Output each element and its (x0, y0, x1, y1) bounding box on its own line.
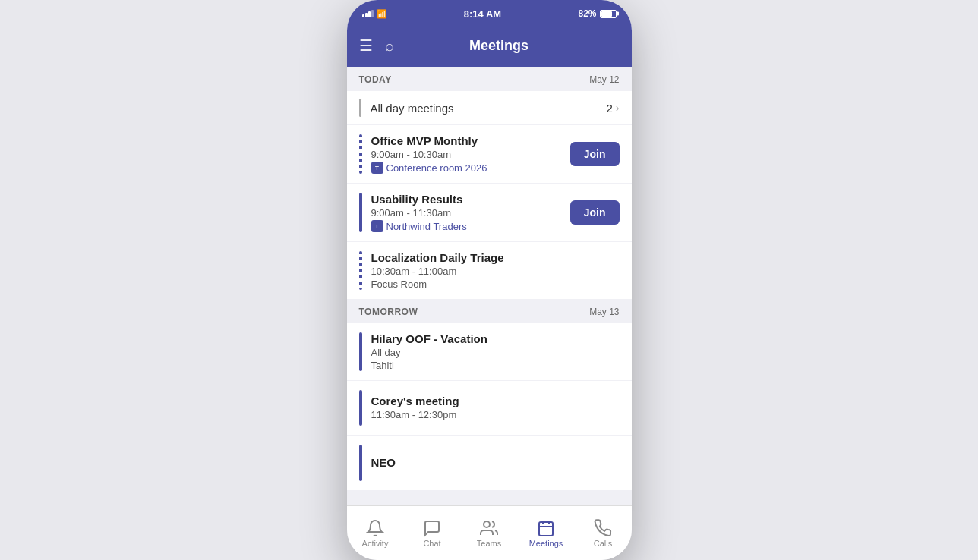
activity-icon (366, 519, 384, 537)
teams-icon (480, 519, 498, 537)
meeting-bar-solid (359, 445, 362, 481)
meeting-neo-partial[interactable]: NEO (347, 436, 632, 490)
nav-calls-label: Calls (594, 539, 612, 548)
chevron-icon: › (616, 102, 620, 114)
meeting-usability[interactable]: Usability Results 9:00am - 11:30am T Nor… (347, 184, 632, 242)
tomorrow-section-header: TOMORROW May 13 (347, 299, 632, 323)
phone-frame: 📶 8:14 AM 82% ☰ ⌕ Meetings TODAY May 12 … (347, 0, 632, 560)
meeting-time: 9:00am - 10:30am (371, 149, 570, 160)
meeting-title: NEO (371, 456, 620, 469)
meeting-time: 11:30am - 12:30pm (371, 409, 620, 420)
content-area: TODAY May 12 All day meetings 2 › Office… (347, 67, 632, 505)
page-title: Meetings (406, 38, 592, 54)
meeting-office-mvp[interactable]: Office MVP Monthly 9:00am - 10:30am T Co… (347, 125, 632, 184)
today-label: TODAY (359, 74, 392, 85)
tomorrow-meetings: Hilary OOF - Vacation All day Tahiti Cor… (347, 323, 632, 490)
nav-teams-label: Teams (477, 539, 501, 548)
allday-row[interactable]: All day meetings 2 › (347, 91, 632, 125)
status-bar: 📶 8:14 AM 82% (347, 0, 632, 24)
join-button-usability[interactable]: Join (570, 200, 620, 225)
allday-count: 2 › (606, 102, 619, 115)
meeting-title: Usability Results (371, 193, 570, 206)
meeting-title: Office MVP Monthly (371, 134, 570, 147)
menu-icon[interactable]: ☰ (359, 36, 373, 55)
meeting-bar-solid (359, 390, 362, 426)
nav-activity[interactable]: Activity (347, 506, 404, 554)
meeting-bar-dashed (359, 134, 362, 174)
meeting-info: NEO (371, 456, 620, 470)
meeting-info: Hilary OOF - Vacation All day Tahiti (371, 332, 620, 371)
teams-badge-icon: T (371, 220, 383, 232)
svg-rect-1 (539, 522, 553, 536)
meeting-info: Usability Results 9:00am - 11:30am T Nor… (371, 193, 570, 232)
today-date: May 12 (589, 74, 619, 85)
bottom-navigation: Activity Chat Teams Meetings (347, 505, 632, 560)
meeting-localization[interactable]: Localization Daily Triage 10:30am - 11:0… (347, 242, 632, 299)
wifi-icon: 📶 (377, 9, 387, 19)
meeting-time: 10:30am - 11:00am (371, 266, 620, 277)
meeting-title: Localization Daily Triage (371, 251, 620, 264)
meeting-hilary[interactable]: Hilary OOF - Vacation All day Tahiti (347, 323, 632, 381)
tomorrow-label: TOMORROW (359, 307, 418, 317)
meeting-info: Corey's meeting 11:30am - 12:30pm (371, 395, 620, 422)
nav-calls[interactable]: Calls (575, 506, 632, 554)
teams-badge-icon: T (371, 162, 383, 174)
meeting-time: All day (371, 347, 620, 358)
meeting-info: Office MVP Monthly 9:00am - 10:30am T Co… (371, 134, 570, 174)
meeting-location: T Conference room 2026 (371, 162, 570, 174)
allday-bar (359, 99, 361, 117)
status-left: 📶 (362, 9, 387, 19)
status-right: 82% (578, 8, 616, 19)
allday-label: All day meetings (371, 102, 607, 115)
battery-icon (600, 10, 617, 18)
status-time: 8:14 AM (464, 8, 501, 20)
nav-activity-label: Activity (362, 539, 389, 548)
calls-icon (594, 519, 612, 537)
today-section-header: TODAY May 12 (347, 67, 632, 91)
meeting-info: Localization Daily Triage 10:30am - 11:0… (371, 251, 620, 290)
join-button-mvp[interactable]: Join (570, 142, 620, 166)
meeting-location: T Northwind Traders (371, 220, 570, 232)
meeting-time: 9:00am - 11:30am (371, 207, 570, 219)
meeting-location: Tahiti (371, 360, 620, 371)
signal-icon (362, 10, 374, 17)
nav-chat-label: Chat (423, 539, 440, 548)
meeting-title: Corey's meeting (371, 395, 620, 407)
nav-teams[interactable]: Teams (461, 506, 518, 554)
meeting-bar-dashed (359, 251, 362, 290)
nav-meetings-label: Meetings (529, 539, 563, 548)
battery-percent: 82% (578, 8, 596, 19)
tomorrow-date: May 13 (589, 307, 619, 317)
meeting-bar-solid (359, 193, 362, 232)
meeting-title: Hilary OOF - Vacation (371, 332, 620, 345)
battery-fill (601, 11, 613, 17)
search-icon[interactable]: ⌕ (385, 37, 394, 55)
nav-chat[interactable]: Chat (404, 506, 461, 554)
today-meetings: All day meetings 2 › Office MVP Monthly … (347, 91, 632, 299)
meetings-icon (537, 519, 555, 537)
meeting-corey[interactable]: Corey's meeting 11:30am - 12:30pm (347, 381, 632, 436)
meeting-bar-solid (359, 332, 362, 371)
nav-meetings[interactable]: Meetings (518, 506, 575, 554)
app-header: ☰ ⌕ Meetings (347, 24, 632, 67)
chat-icon (423, 519, 441, 537)
meeting-location: Focus Room (371, 278, 620, 290)
svg-point-0 (484, 521, 490, 527)
